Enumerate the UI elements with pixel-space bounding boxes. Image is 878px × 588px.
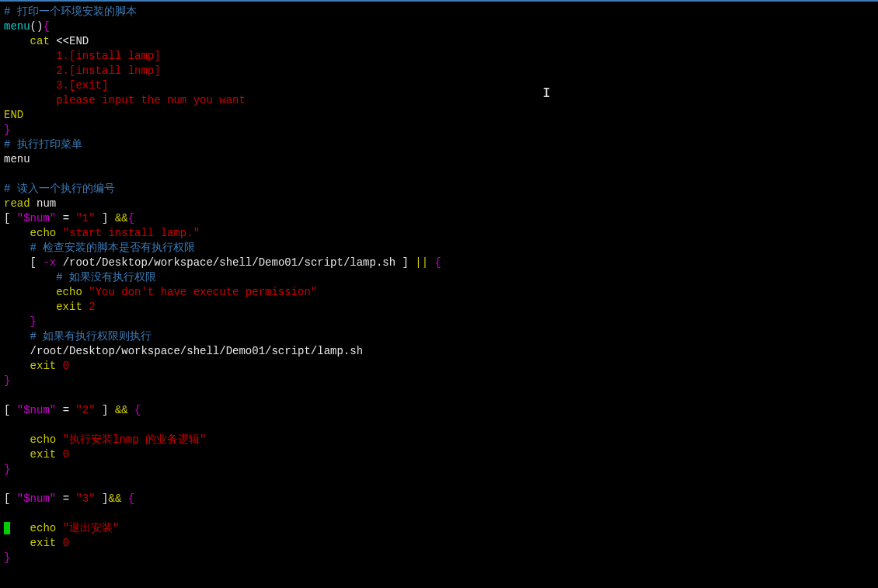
code-token: ] (96, 492, 109, 505)
code-line: # 如果没有执行权限 (4, 271, 156, 284)
code-token: = (56, 404, 75, 416)
code-token: "$num" (17, 212, 56, 224)
code-line: # 执行打印菜单 (4, 138, 82, 151)
code-token: && (115, 212, 128, 224)
code-token: echo (4, 227, 63, 239)
code-line: 3.[exit] (4, 79, 108, 92)
code-token: { (128, 492, 134, 505)
code-token: echo (4, 433, 63, 446)
code-token: exit (4, 448, 63, 461)
code-line: # 检查安装的脚本是否有执行权限 (4, 242, 195, 254)
code-line: menu (4, 153, 30, 165)
code-token: /root/Desktop/workspace/shell/Demo01/scr… (56, 256, 402, 269)
code-token: [ (4, 492, 17, 505)
code-token: cat (4, 35, 56, 47)
code-token: && (108, 492, 127, 505)
code-line: END (4, 109, 23, 121)
code-token: "$num" (17, 492, 56, 505)
code-token: 0 (63, 360, 69, 372)
code-line: # 如果有执行权限则执行 (4, 330, 152, 343)
code-token: { (128, 212, 134, 224)
code-token: 0 (63, 537, 69, 549)
code-token: "2" (75, 404, 95, 416)
code-line: # 读入一个执行的编号 (4, 183, 115, 195)
code-token: "执行安装lnmp 的业务逻辑" (63, 433, 207, 446)
code-token: 2 (89, 301, 95, 313)
code-token: { (435, 256, 441, 269)
code-token: "退出安装" (63, 522, 120, 534)
code-token: = (56, 492, 75, 505)
code-token: "$num" (17, 404, 56, 416)
code-line: please input the num you want (4, 94, 246, 106)
code-token: exit (4, 537, 63, 549)
code-token: ] (96, 404, 115, 416)
code-line: /root/Desktop/workspace/shell/Demo01/scr… (4, 345, 363, 357)
code-token: } (4, 124, 10, 136)
code-token: num (30, 197, 57, 210)
code-token: 0 (63, 448, 69, 461)
code-token: } (4, 315, 37, 328)
code-line: 1.[install lamp] (4, 50, 161, 62)
code-token: = (56, 212, 75, 224)
code-token: [ (4, 404, 17, 416)
code-token: echo (4, 286, 89, 298)
code-token: exit (4, 301, 89, 313)
code-token: && (115, 404, 134, 416)
code-token: [ (4, 212, 17, 224)
code-token: "start install lamp." (63, 227, 200, 239)
code-token: { (134, 404, 141, 416)
code-token: } (4, 463, 10, 475)
code-token: exit (4, 360, 63, 372)
text-cursor-icon: I (542, 86, 543, 99)
code-token: read (4, 197, 30, 210)
code-token: "You don't have execute permission" (89, 286, 317, 298)
code-token: } (4, 551, 10, 564)
code-line: 2.[install lnmp] (4, 64, 161, 77)
code-token: () (30, 20, 44, 33)
code-token: menu (4, 20, 30, 33)
code-token: { (43, 20, 49, 33)
code-token: "1" (75, 212, 95, 224)
code-token: [ (4, 256, 43, 269)
code-token: "3" (75, 492, 95, 505)
code-token: -x (43, 256, 56, 269)
code-line: # 打印一个环境安装的脚本 (4, 5, 137, 18)
code-token: <<END (56, 35, 89, 47)
code-token: ] (402, 256, 416, 269)
code-token: echo (10, 522, 62, 534)
code-token: || (415, 256, 434, 269)
code-token: } (4, 374, 10, 387)
code-token: ] (96, 212, 115, 224)
code-editor[interactable]: # 打印一个环境安装的脚本 menu(){ cat <<END 1.[insta… (4, 5, 878, 565)
